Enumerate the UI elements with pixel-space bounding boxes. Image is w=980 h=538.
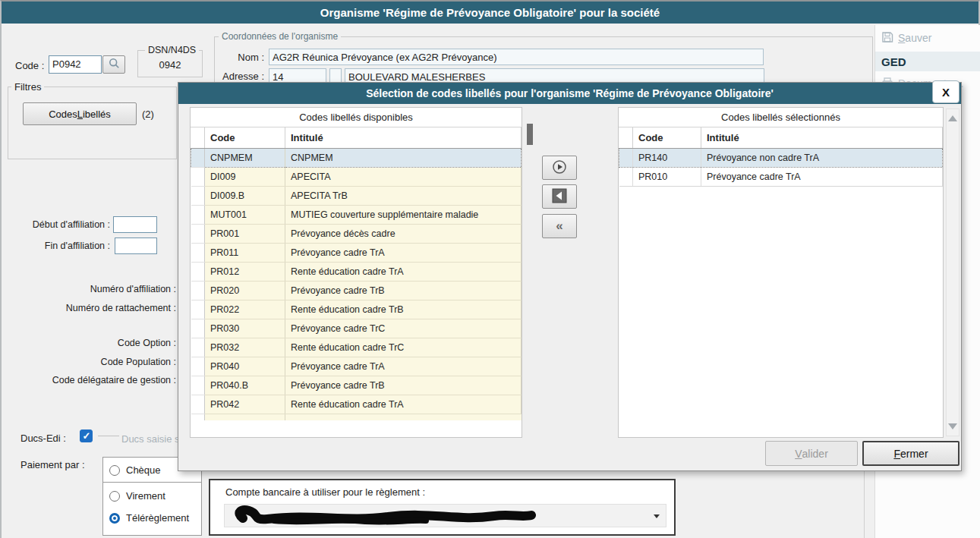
table-cell: Prévoyance cadre TrA <box>285 357 522 376</box>
combo-dropdown-icon[interactable] <box>654 514 660 518</box>
bank-account-combobox[interactable] <box>224 504 666 527</box>
move-right-button[interactable] <box>542 156 577 180</box>
table-cell: PR040 <box>205 357 285 376</box>
telereglement-radio[interactable] <box>109 513 120 524</box>
row-selector[interactable] <box>191 262 205 281</box>
telereglement-label: Télérèglement <box>126 512 189 524</box>
cheque-label: Chèque <box>126 464 161 476</box>
numero-affiliation-label: Numéro d'affiliation : <box>8 284 176 294</box>
table-row[interactable]: PR040Prévoyance cadre TrA <box>191 357 522 376</box>
coordinates-group-label: Coordonnées de l'organisme <box>219 31 341 42</box>
table-row[interactable]: PR040.BPrévoyance cadre TrB <box>191 376 522 395</box>
codes-libelles-button[interactable]: Codes Libellés <box>23 102 137 125</box>
valider-button[interactable]: Valider <box>765 441 858 466</box>
dialog-close-button[interactable]: X <box>932 80 960 103</box>
table-row[interactable]: PR020Prévoyance cadre TrB <box>191 281 522 300</box>
selected-codes-panel: Codes libellés sélectionnés Code Intitul… <box>618 107 944 438</box>
table-cell: Prévoyance non cadre TrA <box>701 148 943 167</box>
save-button[interactable]: Sauver <box>875 29 980 47</box>
table-cell: PR040.B <box>205 376 285 395</box>
available-scrollbar-thumb[interactable] <box>527 124 533 145</box>
window-title: Organisme 'Régime de Prévoyance Obligato… <box>2 2 978 24</box>
table-row[interactable]: DI009APECITA <box>191 167 522 186</box>
code-input[interactable]: P0942 <box>49 55 102 74</box>
nom-label: Nom : <box>229 52 264 63</box>
bank-account-box: Compte bancaire à utiliser pour le règle… <box>209 479 676 536</box>
table-cell: Prévoyance décès cadre <box>285 224 522 243</box>
row-selector[interactable] <box>191 148 205 167</box>
table-cell: CNPMEM <box>205 148 285 167</box>
nom-field[interactable]: AG2R Réunica Prévoyance (ex AG2R Prévoya… <box>269 49 764 65</box>
row-selector[interactable] <box>191 300 205 319</box>
table-cell: PR012 <box>205 262 285 281</box>
move-left-icon <box>552 188 567 206</box>
table-cell: PR001 <box>205 224 285 243</box>
table-cell: PR022 <box>205 300 285 319</box>
table-header-row: Code Intitulé <box>619 127 943 148</box>
column-header-code[interactable]: Code <box>633 127 701 148</box>
table-row[interactable]: CNPMEMCNPMEM <box>191 148 522 167</box>
table-row[interactable]: PR011Prévoyance cadre TrA <box>191 243 522 262</box>
row-selector[interactable] <box>191 224 205 243</box>
table-cell: Rente éducation cadre TrA <box>285 262 522 281</box>
fin-affiliation-input[interactable] <box>115 238 157 254</box>
payment-option-virement[interactable]: Virement <box>103 483 201 502</box>
table-cell: Prévoyance cadre TrA <box>701 167 943 186</box>
fermer-button[interactable]: Fermer <box>862 441 960 466</box>
dialog-title: Sélection de codes libellés pour l'organ… <box>178 83 961 104</box>
row-selector[interactable] <box>191 319 205 338</box>
table-cell: APECITA TrB <box>285 186 522 205</box>
code-option-label: Code Option : <box>8 338 176 348</box>
row-selector[interactable] <box>191 338 205 357</box>
debut-affiliation-input[interactable] <box>113 216 157 233</box>
row-selector-header <box>619 127 633 148</box>
table-row[interactable]: PR140Prévoyance non cadre TrA <box>619 148 943 167</box>
table-row[interactable]: PR012Rente éducation cadre TrA <box>191 262 522 281</box>
row-selector[interactable] <box>619 167 633 186</box>
search-icon <box>109 58 120 71</box>
table-row[interactable]: DI009.BAPECITA TrB <box>191 186 522 205</box>
virement-radio[interactable] <box>109 491 120 502</box>
row-selector[interactable] <box>191 395 205 414</box>
row-selector[interactable] <box>191 281 205 300</box>
table-cell: Prévoyance cadre TrC <box>285 319 522 338</box>
row-selector[interactable] <box>191 243 205 262</box>
code-label: Code : <box>15 60 44 71</box>
clipped-partial-row <box>191 414 522 420</box>
row-selector[interactable] <box>619 148 633 167</box>
ducs-divider <box>98 436 119 436</box>
codes-libelles-count: (2) <box>142 109 154 120</box>
move-right-icon <box>552 159 567 177</box>
row-selector[interactable] <box>191 186 205 205</box>
table-cell: CNPMEM <box>285 148 522 167</box>
row-selector[interactable] <box>191 167 205 186</box>
table-row[interactable]: MUT001MUTIEG couverture supplémentaire m… <box>191 205 522 224</box>
table-row[interactable]: PR032Rente éducation cadre TrC <box>191 338 522 357</box>
table-row[interactable]: PR022Rente éducation cadre TrB <box>191 300 522 319</box>
row-selector[interactable] <box>191 376 205 395</box>
table-row[interactable]: PR030Prévoyance cadre TrC <box>191 319 522 338</box>
selected-scrollbar[interactable] <box>946 109 960 436</box>
filters-group-label: Filtres <box>11 81 44 93</box>
table-row[interactable]: PR001Prévoyance décès cadre <box>191 224 522 243</box>
cheque-radio[interactable] <box>109 465 120 476</box>
row-selector-header <box>191 127 205 148</box>
column-header-intitule[interactable]: Intitulé <box>285 127 522 148</box>
column-header-code[interactable]: Code <box>205 127 285 148</box>
ducs-edi-checkbox[interactable] <box>80 429 93 442</box>
application-window: Organisme 'Régime de Prévoyance Obligato… <box>0 0 980 538</box>
column-header-intitule[interactable]: Intitulé <box>701 127 943 148</box>
table-cell: PR020 <box>205 281 285 300</box>
ged-button[interactable]: GED <box>875 52 980 71</box>
payment-option-telereglement[interactable]: Télérèglement <box>103 502 201 524</box>
table-row[interactable]: PR010Prévoyance cadre TrA <box>619 167 943 186</box>
scroll-down-icon[interactable] <box>948 423 957 429</box>
selected-codes-table: Code Intitulé PR140Prévoyance non cadre … <box>619 127 943 187</box>
row-selector[interactable] <box>191 357 205 376</box>
search-button[interactable] <box>102 55 125 74</box>
move-left-button[interactable] <box>542 184 577 209</box>
remove-all-button[interactable]: « <box>542 214 577 238</box>
scroll-up-icon[interactable] <box>948 115 957 121</box>
table-row[interactable]: PR042Rente éducation cadre TrA <box>191 395 522 414</box>
row-selector[interactable] <box>191 205 205 224</box>
